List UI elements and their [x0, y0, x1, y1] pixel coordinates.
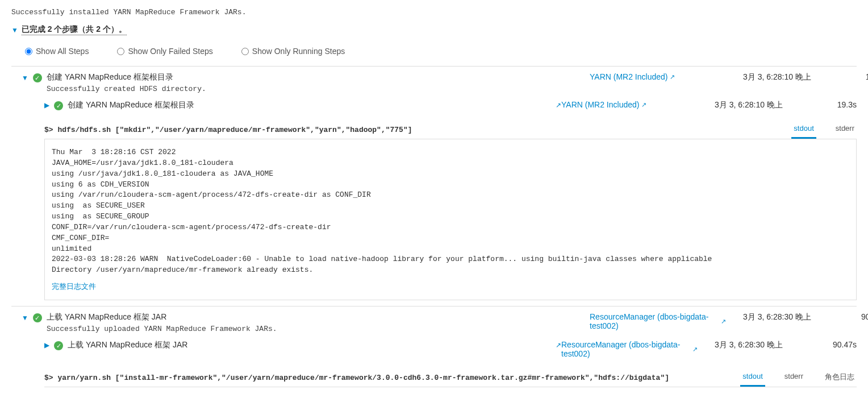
tab-stderr[interactable]: stderr: [833, 121, 857, 139]
chevron-down-icon[interactable]: ▼: [22, 314, 28, 322]
filter-label: Show Only Running Steps: [252, 47, 345, 56]
tab-stdout[interactable]: stdout: [740, 368, 765, 387]
step-description: Successfully created HDFS directory.: [47, 85, 206, 93]
tab-stderr[interactable]: stderr: [782, 368, 806, 387]
step-row: ▼ ✓ 创建 YARN MapReduce 框架根目录 Successfully…: [11, 66, 857, 306]
step-title: 上载 YARN MapReduce 框架 JAR: [47, 312, 277, 322]
radio-show-failed[interactable]: [117, 48, 124, 55]
completed-header[interactable]: ▼ 已完成 2 个步骤（共 2 个）。: [11, 24, 857, 35]
step-time: 3月 3, 6:28:10 晚上: [743, 72, 834, 82]
step-title: 创建 YARN MapReduce 框架根目录: [47, 72, 206, 82]
substep-title: 创建 YARN MapReduce 框架根目录: [68, 100, 194, 110]
substep-title: 上载 YARN MapReduce 框架 JAR: [68, 340, 187, 350]
radio-show-running[interactable]: [241, 48, 249, 55]
output-box: Thu Mar 3 18:28:16 CST 2022 JAVA_HOME=/u…: [44, 139, 857, 300]
external-link-icon: ↗: [641, 101, 646, 109]
step-description: Successfully uploaded YARN MapReduce Fra…: [47, 325, 277, 333]
external-link-icon: ↗: [692, 346, 698, 353]
filter-row: Show All Steps Show Only Failed Steps Sh…: [11, 47, 857, 56]
check-icon: ✓: [54, 341, 63, 350]
substep-duration: 90.47s: [823, 340, 857, 349]
check-icon: ✓: [54, 101, 63, 110]
filter-show-running[interactable]: Show Only Running Steps: [241, 47, 345, 56]
external-link-icon: ↗: [721, 318, 726, 325]
substep: ▶ ✓ 上载 YARN MapReduce 框架 JAR ↗ ResourceM…: [22, 340, 857, 387]
service-link[interactable]: ResourceManager (dbos-bigdata-test002) ↗: [590, 312, 726, 330]
link-text: ResourceManager (dbos-bigdata-test002): [561, 340, 688, 358]
filter-label: Show Only Failed Steps: [128, 47, 212, 56]
full-log-link[interactable]: 完整日志文件: [52, 281, 96, 292]
tab-rolelog[interactable]: 角色日志: [823, 368, 857, 387]
tab-stdout[interactable]: stdout: [791, 121, 816, 139]
filter-show-failed[interactable]: Show Only Failed Steps: [117, 47, 212, 56]
check-icon: ✓: [33, 313, 42, 322]
completed-text: 已完成 2 个步骤（共 2 个）。: [22, 24, 127, 35]
filter-label: Show All Steps: [36, 47, 89, 56]
output-tabs: stdout stderr: [791, 121, 857, 139]
command-text: $> hdfs/hdfs.sh ["mkdir","/user/yarn/map…: [44, 126, 774, 134]
service-link[interactable]: YARN (MR2 Included) ↗: [561, 100, 646, 109]
top-message: Successfully installed YARN MapReduce Fr…: [11, 6, 857, 24]
external-link-icon: ↗: [670, 73, 675, 81]
substep-time: 3月 3, 6:28:30 晚上: [715, 340, 806, 350]
link-text: ResourceManager (dbos-bigdata-test002): [590, 312, 716, 330]
radio-show-all[interactable]: [25, 48, 32, 55]
command-text: $> yarn/yarn.sh ["install-mr-framework",…: [44, 374, 723, 382]
link-text: YARN (MR2 Included): [590, 72, 667, 81]
chevron-down-icon[interactable]: ▼: [11, 26, 18, 34]
step-row: ▼ ✓ 上载 YARN MapReduce 框架 JAR Successfull…: [11, 306, 857, 393]
chevron-right-icon[interactable]: ▶: [44, 101, 49, 109]
step-duration: 19.3s: [851, 72, 868, 81]
external-link-icon[interactable]: ↗: [556, 101, 561, 109]
substep: ▶ ✓ 创建 YARN MapReduce 框架根目录 ↗ YARN (MR2 …: [22, 100, 857, 300]
filter-show-all[interactable]: Show All Steps: [25, 47, 89, 56]
step-time: 3月 3, 6:28:30 晚上: [743, 312, 834, 322]
service-link[interactable]: YARN (MR2 Included) ↗: [590, 72, 675, 81]
check-icon: ✓: [33, 73, 42, 82]
output-tabs: stdout stderr 角色日志: [740, 368, 857, 387]
link-text: YARN (MR2 Included): [561, 100, 639, 109]
service-link[interactable]: ResourceManager (dbos-bigdata-test002) ↗: [561, 340, 698, 358]
chevron-down-icon[interactable]: ▼: [22, 74, 28, 82]
substep-duration: 19.3s: [823, 100, 857, 109]
output-text: Thu Mar 3 18:28:16 CST 2022 JAVA_HOME=/u…: [52, 147, 849, 276]
substep-time: 3月 3, 6:28:10 晚上: [715, 100, 806, 110]
external-link-icon[interactable]: ↗: [556, 341, 561, 349]
step-duration: 90.47s: [851, 312, 868, 321]
chevron-right-icon[interactable]: ▶: [44, 341, 49, 349]
